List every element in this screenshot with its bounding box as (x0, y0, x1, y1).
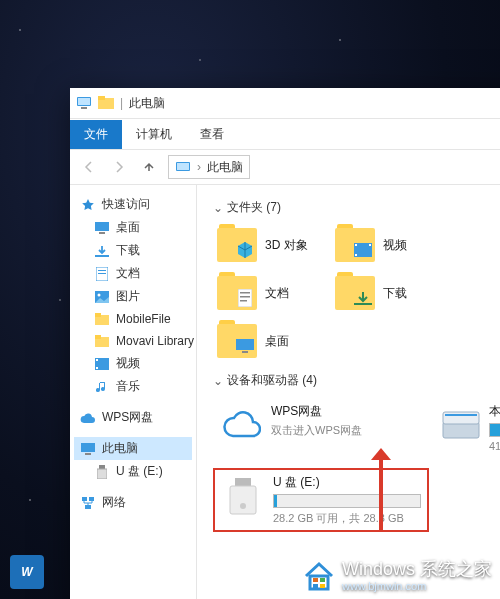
svg-rect-27 (89, 497, 94, 501)
svg-rect-9 (95, 255, 109, 257)
svg-rect-33 (238, 289, 252, 307)
sidebar-item-pictures[interactable]: 图片 (74, 285, 192, 308)
address-field[interactable]: › 此电脑 (168, 155, 250, 179)
folder-downloads[interactable]: 下载 (331, 272, 449, 314)
video-icon (94, 356, 110, 372)
sidebar-item-downloads[interactable]: 下载 (74, 239, 192, 262)
svg-rect-2 (81, 107, 87, 109)
svg-rect-6 (177, 163, 189, 170)
content-pane: ⌄ 文件夹 (7) 3D 对象 视频 文档 (197, 185, 500, 599)
svg-rect-43 (235, 478, 251, 486)
sidebar-item-documents[interactable]: 文档 (74, 262, 192, 285)
drive-wps[interactable]: WPS网盘 双击进入WPS网盘 (213, 397, 425, 458)
svg-rect-39 (242, 351, 248, 353)
drive-usb[interactable]: U 盘 (E:) 28.2 GB 可用，共 28.3 GB (221, 474, 421, 526)
svg-rect-18 (95, 335, 101, 339)
svg-rect-11 (98, 270, 106, 271)
sidebar-quick-access[interactable]: 快速访问 (74, 193, 192, 216)
svg-rect-48 (313, 578, 318, 582)
folder-documents[interactable]: 文档 (213, 272, 331, 314)
svg-point-14 (98, 293, 101, 296)
taskbar-wps-icon[interactable]: W (10, 555, 44, 589)
ribbon: 文件 计算机 查看 (70, 119, 500, 150)
this-pc-icon (76, 95, 92, 111)
svg-rect-24 (99, 465, 105, 469)
svg-rect-30 (355, 244, 357, 246)
folder-icon (98, 95, 114, 111)
desktop-icon (94, 220, 110, 236)
folder-icon (217, 228, 257, 262)
ribbon-tab-computer[interactable]: 计算机 (122, 120, 186, 149)
sidebar-network[interactable]: 网络 (74, 491, 192, 514)
sidebar-item-movavi[interactable]: Movavi Library (74, 330, 192, 352)
folder-videos[interactable]: 视频 (331, 224, 449, 266)
ribbon-tab-file[interactable]: 文件 (70, 120, 122, 149)
folder-icon (335, 228, 375, 262)
svg-rect-32 (369, 244, 371, 246)
svg-point-45 (240, 503, 246, 509)
sidebar-item-mobilefile[interactable]: MobileFile (74, 308, 192, 330)
svg-rect-26 (82, 497, 87, 501)
nav-fwd-icon[interactable] (108, 156, 130, 178)
group-folders-header[interactable]: ⌄ 文件夹 (7) (213, 199, 500, 216)
chevron-down-icon: ⌄ (213, 201, 223, 215)
svg-rect-1 (78, 98, 90, 105)
folder-icon (94, 311, 110, 327)
sidebar-item-usb[interactable]: U 盘 (E:) (74, 460, 192, 483)
nav-up-icon[interactable] (138, 156, 160, 178)
sidebar-this-pc[interactable]: 此电脑 (74, 437, 192, 460)
group-devices-header[interactable]: ⌄ 设备和驱动器 (4) (213, 372, 500, 389)
svg-rect-36 (240, 300, 247, 302)
star-icon (80, 197, 96, 213)
svg-rect-22 (81, 443, 95, 452)
svg-rect-31 (355, 254, 357, 256)
address-bar: › 此电脑 (70, 150, 500, 185)
sidebar-wps[interactable]: WPS网盘 (74, 406, 192, 429)
svg-rect-37 (354, 303, 372, 305)
document-icon (94, 266, 110, 282)
svg-rect-25 (97, 469, 107, 479)
svg-rect-38 (236, 339, 254, 350)
folder-icon (94, 333, 110, 349)
svg-rect-12 (98, 273, 106, 274)
folder-3d-objects[interactable]: 3D 对象 (213, 224, 331, 266)
download-icon (94, 243, 110, 259)
cloud-icon (80, 410, 96, 426)
address-text: 此电脑 (207, 159, 243, 176)
usb-icon (94, 464, 110, 480)
svg-rect-7 (95, 222, 109, 231)
svg-rect-50 (313, 584, 318, 588)
nav-back-icon[interactable] (78, 156, 100, 178)
hdd-icon (441, 403, 481, 447)
svg-rect-23 (85, 453, 91, 455)
sidebar: 快速访问 桌面 下载 文档 图片 MobileFile Movavi Libra… (70, 185, 197, 599)
svg-rect-35 (240, 296, 250, 298)
svg-rect-41 (443, 412, 479, 424)
usb-drive-icon (221, 474, 265, 518)
svg-rect-47 (310, 576, 328, 589)
svg-rect-16 (95, 313, 101, 317)
folder-desktop[interactable]: 桌面 (213, 320, 331, 362)
folder-icon (217, 324, 257, 358)
svg-rect-44 (230, 486, 256, 514)
drive-usb-highlight: U 盘 (E:) 28.2 GB 可用，共 28.3 GB (213, 468, 429, 532)
this-pc-icon (80, 441, 96, 457)
music-icon (94, 379, 110, 395)
svg-rect-49 (320, 578, 325, 582)
sidebar-item-desktop[interactable]: 桌面 (74, 216, 192, 239)
sidebar-item-music[interactable]: 音乐 (74, 375, 192, 398)
svg-rect-4 (98, 96, 105, 100)
svg-rect-28 (85, 505, 91, 509)
chevron-down-icon: ⌄ (213, 374, 223, 388)
svg-rect-8 (99, 232, 105, 234)
svg-rect-51 (320, 584, 325, 588)
picture-icon (94, 289, 110, 305)
svg-rect-42 (445, 414, 477, 416)
drive-local-c[interactable]: 本地磁盘 41.8 GB (435, 397, 500, 458)
network-icon (80, 495, 96, 511)
titlebar[interactable]: | 此电脑 (70, 88, 500, 119)
ribbon-tab-view[interactable]: 查看 (186, 120, 238, 149)
house-icon (302, 559, 336, 593)
sidebar-item-videos[interactable]: 视频 (74, 352, 192, 375)
svg-rect-34 (240, 292, 250, 294)
